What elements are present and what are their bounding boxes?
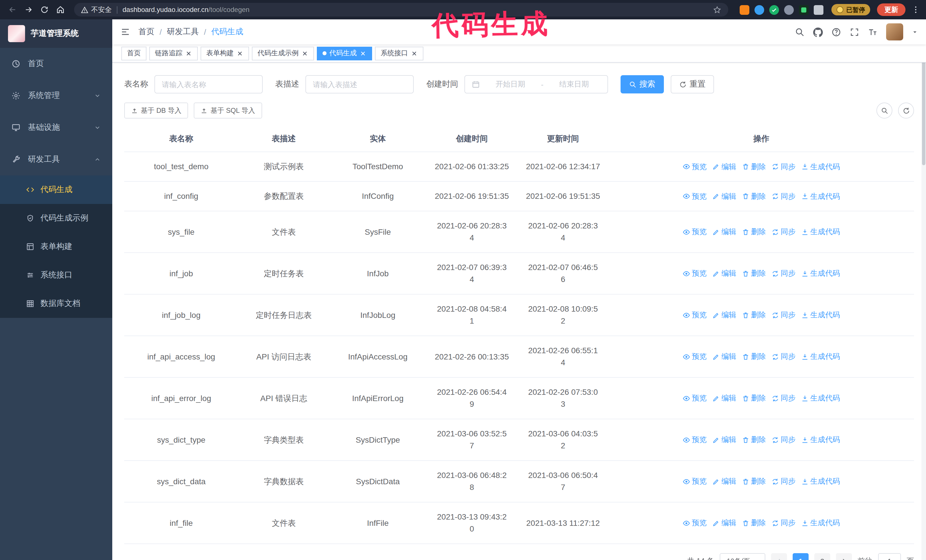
sync-link[interactable]: 同步	[772, 435, 796, 445]
refresh-table-button[interactable]	[898, 103, 914, 118]
delete-link[interactable]: 删除	[742, 162, 766, 172]
edit-link[interactable]: 编辑	[712, 393, 736, 403]
sync-link[interactable]: 同步	[772, 227, 796, 237]
browser-home-button[interactable]	[54, 3, 67, 17]
tab-codegen[interactable]: 代码生成	[317, 47, 372, 60]
edit-link[interactable]: 编辑	[712, 310, 736, 320]
sidebar-item-home[interactable]: 首页	[0, 48, 112, 80]
github-icon[interactable]	[813, 27, 823, 37]
extension-icon[interactable]	[740, 5, 749, 15]
close-icon[interactable]	[301, 50, 308, 57]
extension-icon[interactable]	[755, 5, 764, 15]
delete-link[interactable]: 删除	[742, 518, 766, 528]
generate-code-link[interactable]: 生成代码	[801, 227, 840, 237]
preview-link[interactable]: 预览	[683, 227, 707, 237]
font-size-icon[interactable]	[868, 27, 878, 37]
goto-page-input[interactable]	[878, 553, 901, 560]
sync-link[interactable]: 同步	[772, 518, 796, 528]
generate-code-link[interactable]: 生成代码	[801, 191, 840, 201]
sync-link[interactable]: 同步	[772, 310, 796, 320]
import-sql-button[interactable]: 基于 SQL 导入	[194, 103, 262, 118]
generate-code-link[interactable]: 生成代码	[801, 435, 840, 445]
reset-button[interactable]: 重置	[671, 75, 714, 94]
address-bar[interactable]: 不安全 dashboard.yudao.iocoder.cn/tool/code…	[74, 3, 728, 17]
generate-code-link[interactable]: 生成代码	[801, 352, 840, 362]
delete-link[interactable]: 删除	[742, 393, 766, 403]
close-icon[interactable]	[360, 50, 366, 57]
page-button-2[interactable]: 2	[814, 553, 830, 560]
next-page-button[interactable]	[836, 553, 852, 560]
extension-icon[interactable]	[814, 5, 823, 15]
delete-link[interactable]: 删除	[742, 191, 766, 201]
import-db-button[interactable]: 基于 DB 导入	[124, 103, 188, 118]
breadcrumb-section[interactable]: 研发工具	[167, 27, 199, 37]
edit-link[interactable]: 编辑	[712, 518, 736, 528]
extension-icon[interactable]	[769, 5, 779, 15]
generate-code-link[interactable]: 生成代码	[801, 310, 840, 320]
preview-link[interactable]: 预览	[683, 352, 707, 362]
preview-link[interactable]: 预览	[683, 476, 707, 486]
sidebar-toggle-icon[interactable]	[120, 27, 130, 37]
page-size-select[interactable]: 10条/页	[720, 553, 765, 560]
sidebar-subitem-codegen[interactable]: 代码生成	[0, 175, 112, 204]
delete-link[interactable]: 删除	[742, 476, 766, 486]
help-icon[interactable]	[831, 27, 841, 37]
close-icon[interactable]	[236, 50, 243, 57]
sidebar-subitem-codegen-example[interactable]: 代码生成示例	[0, 204, 112, 232]
browser-reload-button[interactable]	[38, 3, 51, 17]
tab-system-api[interactable]: 系统接口	[375, 47, 424, 60]
preview-link[interactable]: 预览	[683, 162, 707, 172]
preview-link[interactable]: 预览	[683, 310, 707, 320]
toggle-search-button[interactable]	[876, 103, 893, 118]
browser-back-button[interactable]	[6, 3, 20, 17]
sync-link[interactable]: 同步	[772, 191, 796, 201]
edit-link[interactable]: 编辑	[712, 268, 736, 279]
paused-badge[interactable]: 已暂停	[831, 4, 870, 15]
edit-link[interactable]: 编辑	[712, 162, 736, 172]
sidebar-subitem-db-doc[interactable]: 数据库文档	[0, 290, 112, 318]
tab-codegen-example[interactable]: 代码生成示例	[252, 47, 314, 60]
preview-link[interactable]: 预览	[683, 518, 707, 528]
delete-link[interactable]: 删除	[742, 227, 766, 237]
sidebar-item-dev-tools[interactable]: 研发工具	[0, 143, 112, 175]
fullscreen-icon[interactable]	[850, 27, 859, 37]
delete-link[interactable]: 删除	[742, 310, 766, 320]
sync-link[interactable]: 同步	[772, 268, 796, 279]
sidebar-subitem-form-builder[interactable]: 表单构建	[0, 232, 112, 261]
sidebar-item-infrastructure[interactable]: 基础设施	[0, 112, 112, 143]
preview-link[interactable]: 预览	[683, 268, 707, 279]
preview-link[interactable]: 预览	[683, 393, 707, 403]
edit-link[interactable]: 编辑	[712, 435, 736, 445]
extension-icon[interactable]	[784, 5, 794, 15]
edit-link[interactable]: 编辑	[712, 352, 736, 362]
sync-link[interactable]: 同步	[772, 476, 796, 486]
preview-link[interactable]: 预览	[683, 435, 707, 445]
breadcrumb-home[interactable]: 首页	[138, 27, 154, 37]
delete-link[interactable]: 删除	[742, 268, 766, 279]
close-icon[interactable]	[411, 50, 418, 57]
generate-code-link[interactable]: 生成代码	[801, 393, 840, 403]
prev-page-button[interactable]	[771, 553, 787, 560]
preview-link[interactable]: 预览	[683, 191, 707, 201]
tab-form-builder[interactable]: 表单构建	[201, 47, 249, 60]
search-button[interactable]: 搜索	[620, 75, 664, 94]
bookmark-star-icon[interactable]	[713, 5, 722, 14]
user-avatar[interactable]	[886, 23, 903, 41]
generate-code-link[interactable]: 生成代码	[801, 518, 840, 528]
tab-home[interactable]: 首页	[121, 47, 147, 60]
avatar-caret-down-icon[interactable]	[912, 29, 918, 35]
sync-link[interactable]: 同步	[772, 352, 796, 362]
tab-trace[interactable]: 链路追踪	[149, 47, 198, 60]
edit-link[interactable]: 编辑	[712, 227, 736, 237]
generate-code-link[interactable]: 生成代码	[801, 476, 840, 486]
sidebar-subitem-system-api[interactable]: 系统接口	[0, 261, 112, 290]
table-desc-input[interactable]	[313, 80, 406, 89]
table-name-input[interactable]	[162, 80, 255, 89]
delete-link[interactable]: 删除	[742, 435, 766, 445]
edit-link[interactable]: 编辑	[712, 191, 736, 201]
sidebar-item-system-management[interactable]: 系统管理	[0, 80, 112, 112]
header-search-icon[interactable]	[795, 27, 805, 37]
generate-code-link[interactable]: 生成代码	[801, 162, 840, 172]
update-button[interactable]: 更新	[877, 3, 905, 16]
date-range-picker[interactable]: 开始日期 - 结束日期	[465, 75, 608, 94]
